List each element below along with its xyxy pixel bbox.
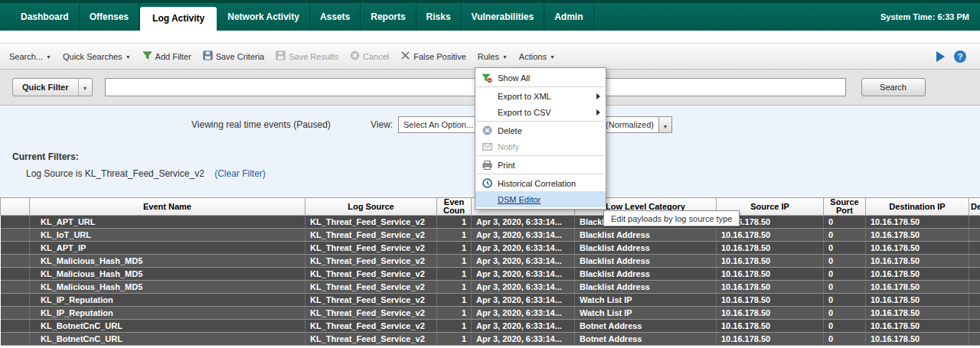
header-event-name[interactable]: Event Name: [30, 198, 305, 216]
tab-dashboard[interactable]: Dashboard: [11, 3, 80, 31]
false-positive-button[interactable]: False Positive: [400, 50, 466, 62]
table-row[interactable]: KL_Malicious_Hash_MD5 KL_Threat_Feed_Ser…: [1, 268, 980, 281]
cell-source-port: 0: [824, 320, 866, 333]
menu-separator: [477, 155, 604, 156]
submenu-arrow-icon: [596, 93, 600, 99]
menu-item-show-all[interactable]: Show All: [475, 70, 606, 86]
menu-item-label: DSM Editor: [498, 195, 600, 204]
play-icon[interactable]: [936, 51, 945, 62]
save-results-label: Save Results: [289, 52, 338, 61]
tab-reports[interactable]: Reports: [361, 3, 416, 31]
view-label: View:: [371, 119, 393, 130]
row-icon-cell: [1, 281, 30, 294]
quick-filter-dropdown[interactable]: Quick Filter: [12, 78, 93, 96]
save-criteria-label: Save Criteria: [216, 52, 265, 61]
chevron-down-icon[interactable]: [658, 117, 671, 132]
menu-item-label: Notify: [498, 142, 600, 151]
cell-log-source: KL_Threat_Feed_Service_v2: [305, 320, 437, 333]
cell-source-ip: 10.16.178.50: [717, 307, 824, 320]
cell-category: Botnet Address: [575, 320, 717, 333]
cell-source-port: 0: [824, 216, 866, 229]
menu-item-label: Historical Correlation: [498, 179, 600, 188]
cell-count: 1: [437, 320, 472, 333]
cell-destination-port: [969, 320, 980, 333]
cell-time: Apr 3, 2020, 6:33:14...: [472, 255, 575, 268]
cell-category: Watch List IP: [575, 307, 717, 320]
cell-log-source: KL_Threat_Feed_Service_v2: [305, 268, 437, 281]
save-disk-disabled-icon: [276, 50, 286, 62]
cell-time: Apr 3, 2020, 6:33:14...: [472, 229, 575, 242]
menu-item-historical-correlation[interactable]: Historical Correlation: [475, 175, 606, 191]
actions-menu-button[interactable]: Actions: [519, 52, 555, 61]
cell-count: 1: [437, 307, 472, 320]
cell-source-ip: 10.16.178.50: [717, 255, 824, 268]
header-destination-ip[interactable]: Destination IP: [866, 198, 969, 216]
envelope-icon: [481, 143, 493, 151]
cell-count: 1: [437, 242, 472, 255]
cell-source-port: 0: [824, 268, 866, 281]
menu-item-export-xml[interactable]: Export to XML: [475, 88, 606, 104]
table-row[interactable]: KL_APT_IP KL_Threat_Feed_Service_v2 1 Ap…: [1, 242, 980, 255]
add-filter-button[interactable]: Add Filter: [142, 50, 191, 62]
cell-source-port: 0: [824, 307, 866, 320]
rules-label: Rules: [478, 52, 499, 61]
table-row[interactable]: KL_Malicious_Hash_MD5 KL_Threat_Feed_Ser…: [1, 255, 980, 268]
chevron-down-icon: [46, 52, 51, 61]
table-row[interactable]: KL_IoT_URL KL_Threat_Feed_Service_v2 1 A…: [1, 229, 980, 242]
header-source-port[interactable]: Source Port: [824, 198, 866, 216]
table-row[interactable]: KL_IP_Reputation KL_Threat_Feed_Service_…: [1, 307, 980, 320]
clock-icon: [481, 178, 493, 188]
row-icon-cell: [1, 268, 30, 281]
menu-item-dsm-editor[interactable]: DSM Editor: [475, 191, 606, 207]
search-button[interactable]: Search: [861, 78, 926, 96]
tab-network-activity[interactable]: Network Activity: [217, 3, 310, 31]
cell-category: Blacklist Address: [575, 229, 717, 242]
cell-count: 1: [437, 255, 472, 268]
header-destination-port[interactable]: De: [969, 198, 980, 216]
search-menu-button[interactable]: Search...: [9, 52, 51, 61]
rules-menu-button[interactable]: Rules: [478, 52, 508, 61]
chevron-down-icon: [126, 52, 131, 61]
table-row[interactable]: KL_Malicious_Hash_MD5 KL_Threat_Feed_Ser…: [1, 281, 980, 294]
cell-destination-port: [969, 268, 980, 281]
cancel-button: Cancel: [350, 50, 389, 62]
quick-searches-button[interactable]: Quick Searches: [63, 52, 131, 61]
header-event-count[interactable]: Even Coun: [437, 198, 472, 216]
cell-category: Watch List IP: [575, 294, 717, 307]
table-row[interactable]: KL_APT_URL KL_Threat_Feed_Service_v2 1 A…: [1, 216, 980, 229]
help-icon[interactable]: [954, 50, 966, 63]
cell-time: Apr 3, 2020, 6:33:14...: [472, 281, 575, 294]
cell-source-ip: 10.16.178.50: [717, 320, 824, 333]
tab-vulnerabilities[interactable]: Vulnerabilities: [462, 3, 545, 31]
menu-item-export-csv[interactable]: Export to CSV: [475, 104, 606, 120]
table-row[interactable]: KL_BotnetCnC_URL KL_Threat_Feed_Service_…: [1, 333, 980, 346]
cell-count: 1: [437, 333, 472, 346]
save-criteria-button[interactable]: Save Criteria: [203, 50, 265, 62]
viewing-status-text: Viewing real time events (Paused): [191, 119, 331, 130]
menu-separator: [477, 174, 604, 174]
tab-log-activity[interactable]: Log Activity: [140, 7, 217, 31]
table-row[interactable]: KL_IP_Reputation KL_Threat_Feed_Service_…: [1, 294, 980, 307]
cell-time: Apr 3, 2020, 6:33:14...: [472, 307, 575, 320]
tab-assets[interactable]: Assets: [310, 3, 361, 31]
menu-item-delete[interactable]: Delete: [475, 122, 606, 138]
cell-time: Apr 3, 2020, 6:33:14...: [472, 320, 575, 333]
row-icon-cell: [1, 255, 30, 268]
cell-category: Blacklist Address: [575, 255, 717, 268]
menu-separator: [477, 121, 604, 122]
menu-item-print[interactable]: Print: [475, 157, 606, 173]
tab-risks[interactable]: Risks: [416, 3, 462, 31]
cell-log-source: KL_Threat_Feed_Service_v2: [305, 216, 437, 229]
tab-offenses[interactable]: Offenses: [80, 3, 139, 31]
header-log-source[interactable]: Log Source: [305, 198, 437, 216]
cell-source-ip: 10.16.178.50: [717, 333, 824, 346]
cell-destination-port: [969, 281, 980, 294]
cell-destination-ip: 10.16.178.50: [866, 229, 969, 242]
save-results-button: Save Results: [276, 50, 338, 62]
cell-destination-port: [969, 294, 980, 307]
clear-filter-link[interactable]: (Clear Filter): [214, 168, 266, 179]
cell-event-name: KL_IoT_URL: [30, 229, 305, 242]
menu-item-label: Export to XML: [498, 92, 592, 101]
tab-admin[interactable]: Admin: [544, 3, 593, 31]
table-row[interactable]: KL_BotnetCnC_URL KL_Threat_Feed_Service_…: [1, 320, 980, 333]
